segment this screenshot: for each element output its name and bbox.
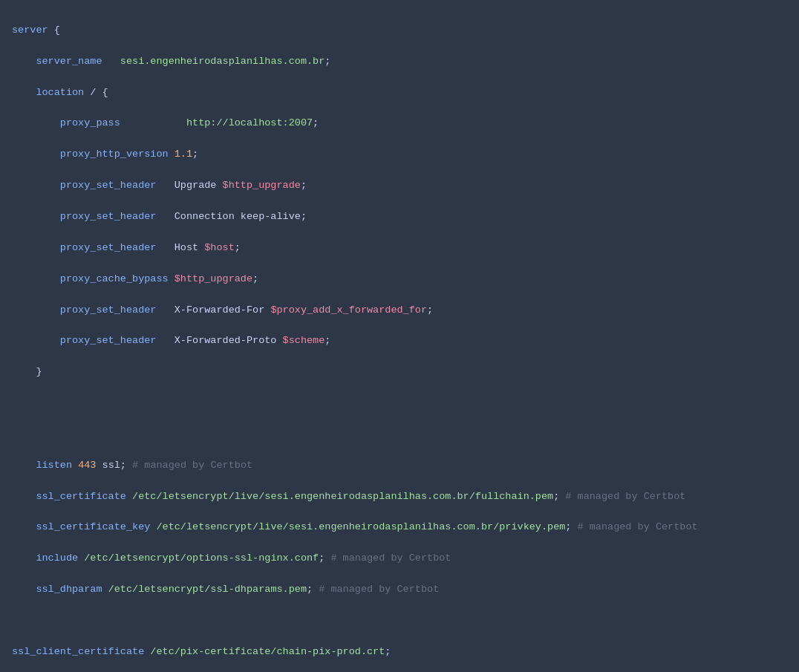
code-line: ssl_client_certificate /etc/pix-certific…: [0, 645, 799, 660]
code-line: location / {: [0, 85, 799, 101]
code-line: server {: [0, 23, 799, 39]
code-editor: server { server_name sesi.engenheirodasp…: [0, 0, 799, 672]
code-line: [0, 427, 799, 443]
code-line: ssl_certificate_key /etc/letsencrypt/liv…: [0, 520, 799, 535]
code-line: proxy_set_header X-Forwarded-Proto $sche…: [0, 333, 799, 349]
code-line: [0, 396, 799, 411]
code-line: }: [0, 365, 799, 380]
code-line: include /etc/letsencrypt/options-ssl-ngi…: [0, 551, 799, 567]
code-line: proxy_pass http://localhost:2007;: [0, 116, 799, 131]
code-line: [0, 613, 799, 629]
code-line: proxy_set_header Host $host;: [0, 241, 799, 256]
code-line: proxy_set_header Connection keep-alive;: [0, 209, 799, 225]
code-line: listen 443 ssl; # managed by Certbot: [0, 458, 799, 474]
code-line: proxy_set_header X-Forwarded-For $proxy_…: [0, 303, 799, 319]
code-line: proxy_http_version 1.1;: [0, 147, 799, 163]
code-line: proxy_cache_bypass $http_upgrade;: [0, 272, 799, 287]
code-line: ssl_certificate /etc/letsencrypt/live/se…: [0, 489, 799, 505]
code-line: ssl_dhparam /etc/letsencrypt/ssl-dhparam…: [0, 582, 799, 598]
code-line: server_name sesi.engenheirodasplanilhas.…: [0, 54, 799, 70]
code-line: proxy_set_header Upgrade $http_upgrade;: [0, 178, 799, 194]
